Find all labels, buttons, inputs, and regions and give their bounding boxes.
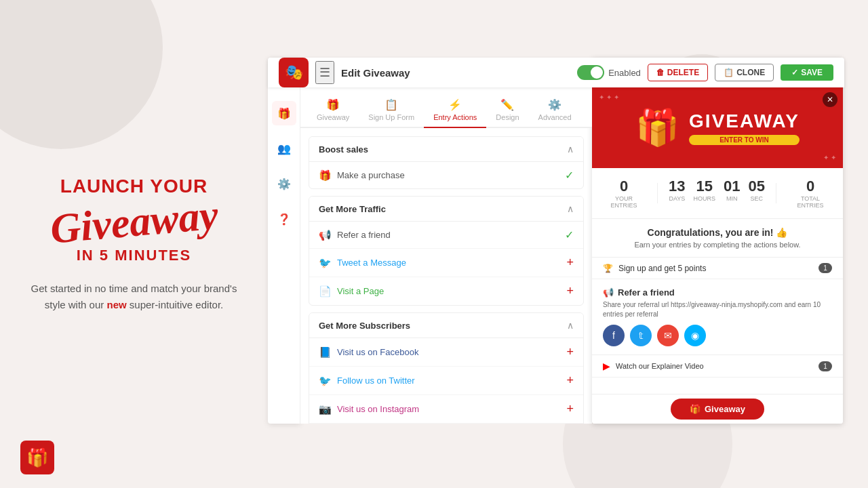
signup-points-item: 🏆 Sign up and get 5 points [603,264,706,273]
clone-button[interactable]: 📋 CLONE [715,64,774,81]
help-icon: ❓ [277,213,291,226]
list-item: 📢 Refer a friend ✓ [309,222,583,249]
page-title: Edit Giveaway [341,67,410,79]
sidebar-item-giveaways[interactable]: 🎁 [272,101,296,125]
twitter-follow-icon: 🐦 [319,375,332,387]
tab-entry-actions[interactable]: ⚡ Entry Actions [424,93,486,127]
boost-sales-section: Boost sales ∧ 🎁 Make a purchase ✓ [309,136,584,189]
list-item[interactable]: ▶ Watch our Explainer Video 1 [592,355,843,378]
visit-page-item: 📄 Visit a Page [319,285,384,298]
giveaway-bottom-button[interactable]: 🎁 Giveaway [671,399,764,420]
youtube-play-icon: ▶ [603,361,610,371]
refer-megaphone-icon: 📢 [603,287,614,298]
nav-tabs: 🎁 Giveaway 📋 Sign Up Form ⚡ Entry Action… [300,87,592,128]
tweet-plus[interactable]: + [566,256,574,270]
min-item: 01 MIN [724,178,740,209]
email-share-button[interactable]: ✉ [657,325,679,346]
design-tab-label: Design [496,113,519,121]
refer-friend-label: Refer a friend [337,230,391,240]
facebook-icon: 📘 [319,346,332,359]
star-decoration-2: ✦ ✦ [823,154,836,161]
sidebar-item-settings[interactable]: ⚙️ [272,171,296,196]
get-more-traffic-section: Get More Traffic ∧ 📢 Refer a friend ✓ 🐦 … [309,196,584,306]
page-icon: 📄 [319,285,332,298]
close-preview-button[interactable]: ✕ [823,92,837,107]
divider-2 [773,178,779,209]
save-button[interactable]: ✓ SAVE [781,64,833,81]
days-label: DAYS [669,195,685,202]
make-purchase-check: ✓ [565,169,574,182]
banner-content: 🎁 GIVEAWAY ENTER TO WIN [635,107,800,148]
days-num: 13 [669,178,685,195]
gift-icon: 🎁 [277,107,291,120]
social-share-row: f 𝕥 ✉ ◉ [603,325,832,346]
congrats-section: Congratulations, you are in! 👍 Earn your… [592,219,843,258]
boost-sales-header[interactable]: Boost sales ∧ [309,137,583,162]
instagram-plus[interactable]: + [566,402,574,416]
refer-icon: 📢 [319,229,332,241]
top-bar: 🎭 ☰ Edit Giveaway Enabled 🗑 DELETE 📋 CLO… [268,58,844,87]
visit-facebook-label: Visit us on Facebook [337,347,418,357]
tab-giveaway[interactable]: 🎁 Giveaway [307,93,359,127]
banner-title: GIVEAWAY [689,110,800,132]
tweet-message-label: Tweet a Message [337,258,406,268]
sec-num: 05 [749,178,765,195]
list-item[interactable]: 🐦 Tweet a Message + [309,249,583,277]
entry-tab-label: Entry Actions [433,113,477,121]
make-purchase-label: Make a purchase [337,170,405,180]
subscribers-chevron: ∧ [567,320,574,331]
total-entries-label: Total entries [787,195,833,209]
tab-design[interactable]: ✏️ Design [486,93,528,127]
menu-button[interactable]: ☰ [315,61,334,84]
list-item[interactable]: ◎ Visit Shopify on Instagram 1 [592,378,843,380]
twitter-share-button[interactable]: 𝕥 [630,325,652,346]
signup-tab-label: Sign Up Form [368,113,414,121]
enabled-toggle[interactable] [577,65,604,80]
trophy-icon: 🏆 [603,264,613,273]
messenger-share-button[interactable]: ◉ [684,325,706,346]
watch-video-item: ▶ Watch our Explainer Video [603,361,704,371]
visit-instagram-item: 📷 Visit us on Instagram [319,403,419,415]
list-item[interactable]: 📘 Visit us on Facebook + [309,338,583,367]
min-label: MIN [724,195,740,202]
advanced-tab-label: Advanced [538,113,572,121]
refer-description: Share your referral url https://giveaway… [603,300,832,319]
giveaway-script-title: Giveaway [49,196,220,248]
get-more-traffic-header[interactable]: Get More Traffic ∧ [309,197,583,222]
preview-scrollable: ✕ 🎁 GIVEAWAY ENTER TO WIN ✦ ✦ ✦ ✦ ✦ 0 Yo… [592,87,843,380]
subtitle: Get started in no time and match your br… [27,281,241,313]
enter-to-win: ENTER TO WIN [689,135,800,145]
visit-facebook-item: 📘 Visit us on Facebook [319,346,418,359]
list-item[interactable]: 📷 Visit us on Instagram + [309,395,583,424]
list-item[interactable]: 🏆 Sign up and get 5 points 1 [592,258,843,279]
follow-twitter-label: Follow us on Twitter [337,375,415,386]
list-item[interactable]: 📄 Visit a Page + [309,277,583,305]
twitter-plus[interactable]: + [566,373,574,388]
content-area: Boost sales ∧ 🎁 Make a purchase ✓ Get Mo… [300,128,592,424]
your-entries-label: Your entries [601,195,646,209]
giveaway-tab-label: Giveaway [317,113,349,121]
make-purchase-item: 🎁 Make a purchase [319,169,405,182]
star-decoration-1: ✦ ✦ ✦ [599,94,619,101]
facebook-share-button[interactable]: f [603,325,625,346]
bottom-logo: 🎁 [20,441,54,474]
visit-page-plus[interactable]: + [566,284,574,298]
list-item: 🎁 Make a purchase ✓ [309,162,583,188]
tab-advanced[interactable]: ⚙️ Advanced [529,93,581,127]
tweet-message-item: 🐦 Tweet a Message [319,257,406,269]
tab-signup-form[interactable]: 📋 Sign Up Form [359,93,424,127]
sidebar-item-help[interactable]: ❓ [272,207,296,231]
refer-friend-check: ✓ [565,228,574,241]
left-panel: LAUNCH YOUR Giveaway IN 5 MINUTES Get st… [0,0,268,488]
instagram-icon: 📷 [319,403,332,415]
list-item[interactable]: 🐦 Follow us on Twitter + [309,367,583,395]
follow-twitter-item: 🐦 Follow us on Twitter [319,375,415,387]
visit-instagram-label: Visit us on Instagram [337,404,419,414]
facebook-plus[interactable]: + [566,345,574,359]
hours-label: HOURS [694,195,716,202]
get-more-subscribers-header[interactable]: Get More Subscribers ∧ [309,313,583,338]
signup-badge: 1 [818,263,832,273]
watch-video-label: Watch our Explainer Video [616,362,704,370]
delete-button[interactable]: 🗑 DELETE [648,64,708,81]
sidebar-item-participants[interactable]: 👥 [272,136,296,161]
